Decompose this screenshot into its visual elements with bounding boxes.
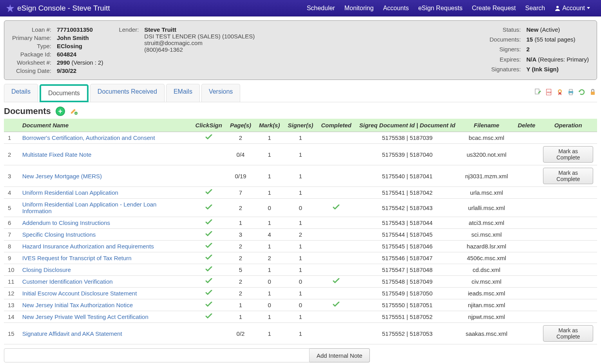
cell-delete: [514, 217, 539, 229]
cell-clicksign: [192, 323, 226, 344]
cell-marks: 1: [255, 144, 284, 165]
cell-pages: 0/4: [226, 144, 255, 165]
document-link[interactable]: Specific Closing Instructions: [22, 231, 96, 238]
refresh-icon[interactable]: [577, 88, 586, 96]
table-row: 15Signature Affidavit and AKA Statement0…: [4, 323, 597, 344]
info-label: Type:: [12, 43, 51, 49]
table-row: 4Uniform Residential Loan Application711…: [4, 187, 597, 199]
cell-filename: saakas.msc.xml: [459, 323, 514, 344]
document-link[interactable]: New Jersey Mortgage (MERS): [22, 173, 102, 179]
nav-link-create-request[interactable]: Create Request: [467, 0, 520, 16]
check-icon: [205, 255, 212, 261]
tab-versions[interactable]: Versions: [201, 84, 240, 102]
document-link[interactable]: Signature Affidavit and AKA Statement: [22, 330, 122, 337]
nav-tabs: DetailsDocumentsDocuments ReceivedEMails…: [4, 84, 242, 102]
cell-completed: [317, 299, 355, 311]
table-row: 3New Jersey Mortgage (MERS)0/19115175540…: [4, 165, 597, 187]
cell-delete: [514, 187, 539, 199]
tab-documents-received[interactable]: Documents Received: [90, 84, 165, 102]
cell-filename: ieads.msc.xml: [459, 288, 514, 299]
add-document-button[interactable]: +: [56, 107, 65, 116]
document-link[interactable]: Borrower's Certification, Authorization …: [22, 134, 155, 141]
info-label: Expires:: [489, 56, 521, 64]
cell-index: 8: [4, 241, 18, 252]
cell-operation: [539, 276, 597, 288]
document-link[interactable]: Multistate Fixed Rate Note: [22, 151, 92, 158]
nav-account-dropdown[interactable]: Account: [550, 0, 595, 16]
tab-documents[interactable]: Documents: [40, 84, 89, 102]
tab-emails[interactable]: EMails: [166, 84, 200, 102]
cell-ids: 5175552 | 5187053: [355, 323, 459, 344]
cell-clicksign: [192, 288, 226, 299]
document-link[interactable]: IVES Request for Transcript of Tax Retur…: [22, 255, 132, 261]
document-link[interactable]: Customer Identification Verification: [22, 278, 113, 285]
nav-link-search[interactable]: Search: [520, 0, 550, 16]
lock-icon[interactable]: [588, 88, 597, 96]
cell-filename: hazard8.lsr.xml: [459, 241, 514, 252]
cell-filename: cd.dsc.xml: [459, 264, 514, 276]
svg-text:PDF: PDF: [547, 91, 552, 94]
cell-completed: [317, 144, 355, 165]
cell-completed: [317, 132, 355, 144]
info-value-type: EClosing: [57, 43, 103, 49]
cell-signers: 1: [284, 241, 317, 252]
table-row: 9IVES Request for Transcript of Tax Retu…: [4, 252, 597, 264]
cell-filename: njpwt.msc.xml: [459, 311, 514, 323]
cell-marks: 1: [255, 165, 284, 187]
cell-operation: [539, 299, 597, 311]
cell-document-name: New Jersey Private Well Testing Act Cert…: [18, 311, 192, 323]
col-header-marks: Mark(s): [255, 119, 284, 132]
page-arrow-icon[interactable]: [534, 88, 542, 96]
cell-marks: 4: [255, 229, 284, 241]
nav-link-scheduler[interactable]: Scheduler: [302, 0, 340, 16]
nav-link-esign-requests[interactable]: eSign Requests: [413, 0, 467, 16]
edit-pencil-icon[interactable]: +: [70, 107, 78, 116]
info-left-column: Loan #: 77710031350 Primary Name: John S…: [12, 26, 103, 74]
cell-marks: 0: [255, 199, 284, 217]
cell-operation: [539, 288, 597, 299]
add-internal-note-button[interactable]: Add Internal Note: [310, 348, 370, 362]
col-header-signers: Signer(s): [284, 119, 317, 132]
cell-pages: 2: [226, 199, 255, 217]
cell-pages: 1: [226, 311, 255, 323]
mark-complete-button[interactable]: Mark as Complete: [543, 325, 593, 342]
nav-link-monitoring[interactable]: Monitoring: [340, 0, 378, 16]
pdf-icon[interactable]: PDF: [545, 88, 553, 96]
cell-completed: [317, 276, 355, 288]
document-link[interactable]: New Jersey Private Well Testing Act Cert…: [22, 313, 148, 320]
info-value-expires: N/A (Requires: Primary): [527, 56, 589, 64]
cell-document-name: Uniform Residential Loan Application: [18, 187, 192, 199]
cell-marks: 2: [255, 252, 284, 264]
printer-icon[interactable]: [567, 88, 575, 96]
toolbar-icons: PDF: [534, 88, 597, 98]
cell-filename: njitan.msc.xml: [459, 299, 514, 311]
document-link[interactable]: Initial Escrow Account Disclosure Statem…: [22, 290, 137, 297]
loan-info-panel: Loan #: 77710031350 Primary Name: John S…: [4, 20, 597, 80]
table-row: 8Hazard Insurance Authorization and Requ…: [4, 241, 597, 252]
info-label: Worksheet #:: [12, 59, 51, 66]
document-link[interactable]: Closing Disclosure: [22, 266, 71, 273]
info-value-package-id: 604824: [57, 51, 103, 58]
document-link[interactable]: Uniform Residential Loan Application: [22, 189, 118, 196]
cell-pages: 2: [226, 288, 255, 299]
col-header-completed: Completed: [317, 119, 355, 132]
document-link[interactable]: New Jersey Initial Tax Authorization Not…: [22, 302, 133, 308]
check-icon: [333, 278, 340, 285]
cell-delete: [514, 288, 539, 299]
document-link[interactable]: Hazard Insurance Authorization and Requi…: [22, 243, 154, 250]
navbar-brand[interactable]: eSign Console - Steve Truitt: [6, 4, 110, 13]
nav-link-accounts[interactable]: Accounts: [378, 0, 414, 16]
cell-document-name: IVES Request for Transcript of Tax Retur…: [18, 252, 192, 264]
tab-details[interactable]: Details: [4, 84, 38, 102]
cell-delete: [514, 199, 539, 217]
document-link[interactable]: Uniform Residential Loan Application - L…: [22, 201, 157, 214]
svg-marker-11: [578, 91, 581, 92]
mark-complete-button[interactable]: Mark as Complete: [543, 146, 593, 163]
ribbon-award-icon[interactable]: [556, 88, 564, 96]
mark-complete-button[interactable]: Mark as Complete: [543, 168, 593, 184]
svg-rect-9: [569, 89, 572, 91]
internal-note-input[interactable]: [4, 348, 310, 362]
cell-clicksign: [192, 187, 226, 199]
document-link[interactable]: Addendum to Closing Instructions: [22, 219, 110, 226]
cell-signers: 1: [284, 217, 317, 229]
